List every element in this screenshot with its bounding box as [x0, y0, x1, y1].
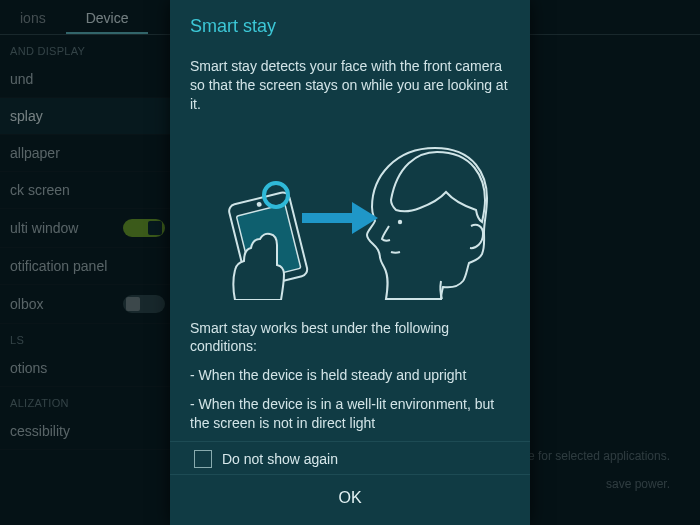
dialog-conditions-head: Smart stay works best under the followin…: [190, 319, 510, 357]
ok-button[interactable]: OK: [170, 474, 530, 525]
dialog-condition-2: - When the device is in a well-lit envir…: [190, 395, 510, 433]
svg-point-3: [256, 201, 262, 207]
svg-point-0: [398, 219, 402, 223]
smart-stay-illustration: [190, 130, 510, 300]
do-not-show-label: Do not show again: [222, 451, 338, 467]
do-not-show-row[interactable]: Do not show again: [170, 441, 530, 474]
smart-stay-dialog: Smart stay Smart stay detects your face …: [170, 0, 530, 525]
dialog-condition-1: - When the device is held steady and upr…: [190, 366, 510, 385]
dialog-intro: Smart stay detects your face with the fr…: [190, 57, 510, 114]
dialog-title: Smart stay: [170, 0, 530, 45]
dialog-body: Smart stay detects your face with the fr…: [170, 45, 530, 441]
do-not-show-checkbox[interactable]: [194, 450, 212, 468]
